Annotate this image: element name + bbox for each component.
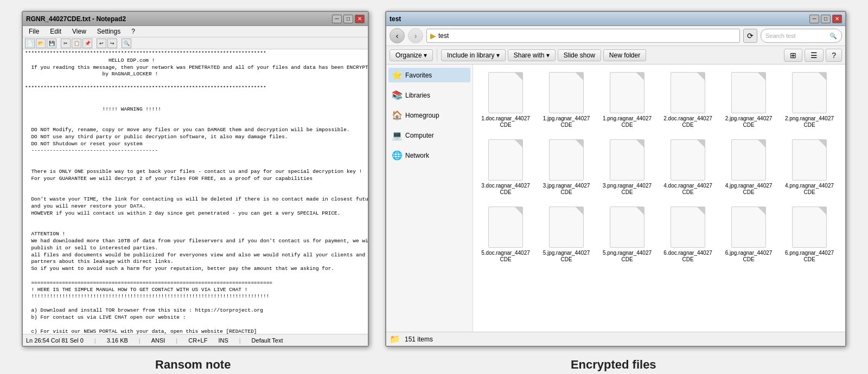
search-icon: 🔍 [829,33,837,40]
file-item[interactable]: 1.jpg.ragnar_44027CDE [539,70,593,131]
menu-file[interactable]: File [26,27,42,36]
file-item[interactable]: 3.jpg.ragnar_44027CDE [539,137,593,198]
explorer-close-button[interactable]: ✕ [832,15,842,23]
minimize-button[interactable]: ─ [332,15,342,23]
file-icon [731,139,766,180]
notepad-window: RGNR_44027CDE.txt - Notepad2 ─ □ ✕ File … [22,11,369,347]
file-icon [610,207,644,248]
slide-show-label: Slide show [564,51,595,59]
file-item[interactable]: 2.png.ragnar_44027CDE [782,70,837,131]
explorer-main[interactable]: 1.doc.ragnar_44027CDE1.jpg.ragnar_44027C… [473,65,845,332]
toolbar-save[interactable]: 💾 [47,38,56,48]
file-icon [610,139,644,180]
file-name: 3.png.ragnar_44027CDE [602,183,652,196]
file-icon-corner [515,140,522,147]
help-button[interactable]: ? [826,49,842,62]
share-with-button[interactable]: Share with ▾ [508,49,556,61]
sidebar-item-favorites[interactable]: ⭐ Favorites [388,68,470,82]
file-icon [731,72,766,113]
file-name: 6.jpg.ragnar_44027CDE [724,250,774,263]
refresh-button[interactable]: ⟳ [743,29,757,43]
sidebar-item-network[interactable]: 🌐 Network [388,148,470,163]
file-item[interactable]: 1.png.ragnar_44027CDE [600,70,654,131]
toolbar-cut[interactable]: ✂ [61,38,71,48]
file-name: 4.jpg.ragnar_44027CDE [724,183,774,196]
file-item[interactable]: 6.png.ragnar_44027CDE [782,204,837,265]
notepad-title: RGNR_44027CDE.txt - Notepad2 [26,15,126,23]
homegroup-icon: 🏠 [392,110,403,120]
sidebar-item-libraries[interactable]: 📚 Libraries [388,88,470,102]
view-list-button[interactable]: ☰ [805,49,824,62]
file-icon [549,72,584,113]
back-button[interactable]: ‹ [390,28,405,43]
new-folder-button[interactable]: New folder [603,49,646,61]
sidebar-label-favorites: Favorites [405,72,432,79]
file-item[interactable]: 6.doc.ragnar_44027CDE [661,204,715,265]
organize-label: Organize ▾ [395,51,427,59]
forward-button[interactable]: › [408,28,423,43]
file-name: 3.doc.ragnar_44027CDE [481,183,531,196]
favorites-icon: ⭐ [392,70,403,80]
sidebar-label-homegroup: Homegroup [405,112,439,119]
slide-show-button[interactable]: Slide show [558,49,601,61]
file-item[interactable]: 4.png.ragnar_44027CDE [782,137,837,198]
notepad-text[interactable]: ****************************************… [23,49,368,334]
toolbar-redo[interactable]: ↪ [107,38,117,48]
file-icon [671,207,705,248]
toolbar-undo[interactable]: ↩ [97,38,106,48]
explorer-maximize-button[interactable]: □ [821,15,831,23]
explorer-window: test ─ □ ✕ ‹ › ▶ test ⟳ Search test 🔍 [385,11,846,347]
share-with-label: Share with ▾ [514,51,550,59]
caption-ransom-note: Ransom note [22,358,365,372]
toolbar-find[interactable]: 🔍 [122,38,131,48]
file-icon [549,139,584,180]
file-icon [671,72,705,113]
file-icon-corner [819,140,826,147]
status-encoding: ANSI [151,337,165,344]
file-item[interactable]: 5.jpg.ragnar_44027CDE [539,204,593,265]
menu-edit[interactable]: Edit [47,27,64,36]
toolbar-paste[interactable]: 📌 [82,38,92,48]
file-item[interactable]: 5.png.ragnar_44027CDE [600,204,654,265]
explorer-minimize-button[interactable]: ─ [809,15,819,23]
toolbar-copy[interactable]: 📋 [72,38,81,48]
file-item[interactable]: 3.png.ragnar_44027CDE [600,137,654,198]
status-count: 151 items [405,336,433,343]
file-name: 1.png.ragnar_44027CDE [602,115,652,128]
close-button[interactable]: ✕ [355,15,365,23]
notepad-menubar: File Edit View Settings ? [23,26,368,37]
file-item[interactable]: 4.doc.ragnar_44027CDE [661,137,715,198]
sidebar-item-computer[interactable]: 💻 Computer [388,128,470,143]
status-text-mode: Default Text [252,337,283,344]
file-item[interactable]: 3.doc.ragnar_44027CDE [478,137,533,198]
search-box[interactable]: Search test 🔍 [761,29,842,43]
file-icon-corner [636,140,644,147]
notepad-content: ****************************************… [23,49,368,334]
menu-help[interactable]: ? [129,27,138,36]
notepad-toolbar: 📄 📂 💾 ✂ 📋 📌 ↩ ↪ 🔍 [23,37,368,49]
include-library-button[interactable]: Include in library ▾ [441,49,506,61]
file-item[interactable]: 2.doc.ragnar_44027CDE [661,70,715,131]
explorer-body: ⭐ Favorites 📚 Libraries 🏠 Homegroup 💻 Co… [386,65,845,332]
address-path[interactable]: ▶ test [426,29,740,43]
view-options-button[interactable]: ⊞ [784,49,802,62]
toolbar-open[interactable]: 📂 [36,38,46,48]
organize-button[interactable]: Organize ▾ [390,49,433,61]
file-item[interactable]: 1.doc.ragnar_44027CDE [478,70,533,131]
file-item[interactable]: 4.jpg.ragnar_44027CDE [722,137,776,198]
file-item[interactable]: 2.jpg.ragnar_44027CDE [722,70,776,131]
explorer-window-controls: ─ □ ✕ [809,15,842,23]
file-item[interactable]: 6.jpg.ragnar_44027CDE [722,204,776,265]
sidebar-label-libraries: Libraries [405,92,430,99]
menu-view[interactable]: View [69,27,89,36]
maximize-button[interactable]: □ [343,15,353,23]
toolbar-new[interactable]: 📄 [25,38,35,48]
path-folder-icon: ▶ [430,31,436,40]
file-icon-corner [576,207,583,215]
menu-settings[interactable]: Settings [94,27,123,36]
file-item[interactable]: 5.doc.ragnar_44027CDE [478,204,533,265]
search-placeholder: Search test [765,33,796,39]
file-name: 1.doc.ragnar_44027CDE [481,115,531,128]
sidebar-item-homegroup[interactable]: 🏠 Homegroup [388,108,470,122]
explorer-sidebar: ⭐ Favorites 📚 Libraries 🏠 Homegroup 💻 Co… [386,65,473,332]
